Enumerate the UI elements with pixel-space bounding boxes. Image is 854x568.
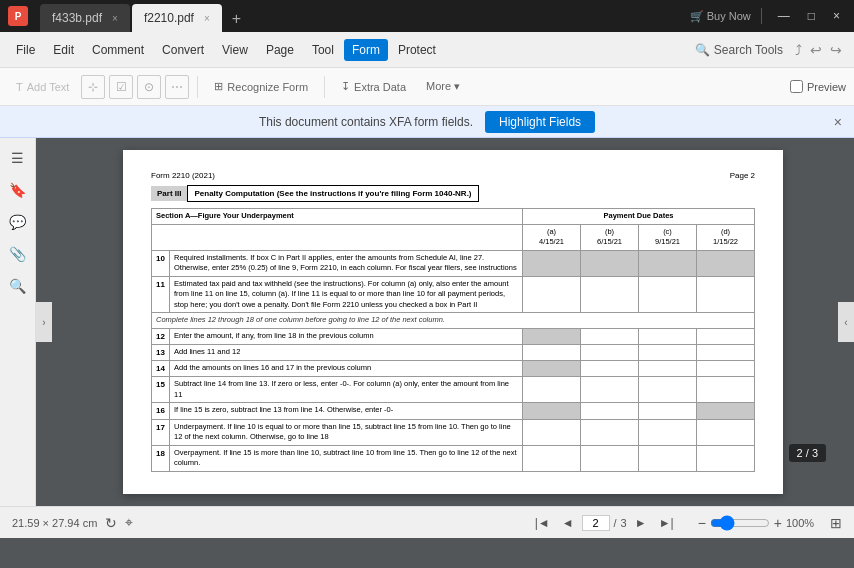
data-cell-2[interactable]: [639, 377, 697, 403]
fit-page-button[interactable]: ⊞: [830, 515, 842, 531]
tab-close-icon[interactable]: ×: [204, 13, 210, 24]
row-number: 18: [152, 445, 170, 471]
redo-icon[interactable]: ↪: [830, 42, 842, 58]
notice-row: Complete lines 12 through 18 of one colu…: [152, 313, 755, 329]
zoom-in-button[interactable]: +: [774, 515, 782, 531]
rotate-icon[interactable]: ↻: [105, 515, 117, 531]
zoom-out-button[interactable]: −: [698, 515, 706, 531]
first-page-button[interactable]: |◄: [531, 514, 554, 532]
buy-now-link[interactable]: 🛒 Buy Now: [690, 10, 751, 23]
data-cell-0[interactable]: [523, 328, 581, 344]
undo-icon[interactable]: ↩: [810, 42, 822, 58]
table-row: 11Estimated tax paid and tax withheld (s…: [152, 276, 755, 313]
title-bar-right: 🛒 Buy Now — □ ×: [690, 8, 846, 24]
data-cell-3[interactable]: [697, 419, 755, 445]
add-text-button[interactable]: T Add Text: [8, 77, 77, 97]
cursor-icon[interactable]: ⌖: [125, 514, 133, 531]
title-bar: P f433b.pdf × f2210.pdf × + 🛒 Buy Now — …: [0, 0, 854, 32]
data-cell-2[interactable]: [639, 361, 697, 377]
panel-layers-icon[interactable]: ☰: [6, 146, 30, 170]
data-cell-3[interactable]: [697, 377, 755, 403]
page-input[interactable]: [582, 515, 610, 531]
data-cell-0[interactable]: [523, 276, 581, 313]
last-page-button[interactable]: ►|: [655, 514, 678, 532]
data-cell-3[interactable]: [697, 276, 755, 313]
data-cell-2[interactable]: [639, 328, 697, 344]
preview-checkbox[interactable]: [790, 80, 803, 93]
data-cell-0[interactable]: [523, 345, 581, 361]
tab-f2210[interactable]: f2210.pdf ×: [132, 4, 222, 32]
row-number: 17: [152, 419, 170, 445]
checkbox-icon[interactable]: ☑: [109, 75, 133, 99]
data-cell-2[interactable]: [639, 403, 697, 419]
share-icon[interactable]: ⤴: [795, 42, 802, 58]
data-cell-3[interactable]: [697, 250, 755, 276]
menu-form[interactable]: Form: [344, 39, 388, 61]
data-cell-3[interactable]: [697, 328, 755, 344]
data-cell-3[interactable]: [697, 345, 755, 361]
select-tool-icon[interactable]: ⊹: [81, 75, 105, 99]
data-cell-3[interactable]: [697, 361, 755, 377]
circle-icon[interactable]: ⊙: [137, 75, 161, 99]
data-cell-1[interactable]: [581, 276, 639, 313]
notification-close-button[interactable]: ×: [834, 114, 842, 130]
panel-attachment-icon[interactable]: 📎: [6, 242, 30, 266]
minimize-button[interactable]: —: [772, 9, 796, 23]
left-collapse-arrow[interactable]: ›: [36, 302, 52, 342]
row-description: Add the amounts on lines 16 and 17 in th…: [170, 361, 523, 377]
data-cell-1[interactable]: [581, 419, 639, 445]
data-cell-1[interactable]: [581, 345, 639, 361]
data-cell-0[interactable]: [523, 419, 581, 445]
panel-search-icon[interactable]: 🔍: [6, 274, 30, 298]
highlight-fields-button[interactable]: Highlight Fields: [485, 111, 595, 133]
next-page-button[interactable]: ►: [631, 514, 651, 532]
data-cell-1[interactable]: [581, 361, 639, 377]
more-button[interactable]: More ▾: [418, 76, 468, 97]
recognize-form-button[interactable]: ⊞ Recognize Form: [206, 76, 316, 97]
data-cell-0[interactable]: [523, 445, 581, 471]
data-cell-1[interactable]: [581, 377, 639, 403]
data-cell-2[interactable]: [639, 250, 697, 276]
tab-f433b[interactable]: f433b.pdf ×: [40, 4, 130, 32]
close-button[interactable]: ×: [827, 9, 846, 23]
more-icons[interactable]: ⋯: [165, 75, 189, 99]
panel-comment-icon[interactable]: 💬: [6, 210, 30, 234]
menu-comment[interactable]: Comment: [84, 39, 152, 61]
search-tools[interactable]: 🔍 Search Tools: [687, 41, 791, 59]
menu-protect[interactable]: Protect: [390, 39, 444, 61]
data-cell-2[interactable]: [639, 445, 697, 471]
zoom-percent: 100%: [786, 517, 826, 529]
tab-add-button[interactable]: +: [224, 6, 249, 32]
col-c-header: (c) 9/15/21: [639, 224, 697, 250]
menu-view[interactable]: View: [214, 39, 256, 61]
data-cell-2[interactable]: [639, 276, 697, 313]
panel-bookmark-icon[interactable]: 🔖: [6, 178, 30, 202]
data-cell-3[interactable]: [697, 445, 755, 471]
data-cell-2[interactable]: [639, 419, 697, 445]
menu-edit[interactable]: Edit: [45, 39, 82, 61]
tab-close-icon[interactable]: ×: [112, 13, 118, 24]
recognize-icon: ⊞: [214, 80, 223, 93]
right-collapse-arrow[interactable]: ‹: [838, 302, 854, 342]
data-cell-0[interactable]: [523, 403, 581, 419]
data-cell-3[interactable]: [697, 403, 755, 419]
prev-page-button[interactable]: ◄: [558, 514, 578, 532]
data-cell-0[interactable]: [523, 250, 581, 276]
data-cell-0[interactable]: [523, 361, 581, 377]
menu-page[interactable]: Page: [258, 39, 302, 61]
maximize-button[interactable]: □: [802, 9, 821, 23]
data-cell-0[interactable]: [523, 377, 581, 403]
menu-convert[interactable]: Convert: [154, 39, 212, 61]
zoom-slider[interactable]: [710, 515, 770, 531]
data-cell-1[interactable]: [581, 403, 639, 419]
data-cell-1[interactable]: [581, 445, 639, 471]
menu-file[interactable]: File: [8, 39, 43, 61]
menu-tool[interactable]: Tool: [304, 39, 342, 61]
data-cell-2[interactable]: [639, 345, 697, 361]
main-area: ☰ 🔖 💬 📎 🔍 › Form 2210 (2021) Page 2 Part…: [0, 138, 854, 506]
data-cell-1[interactable]: [581, 328, 639, 344]
extra-data-button[interactable]: ↧ Extra Data: [333, 76, 414, 97]
row-description: Subtract line 14 from line 13. If zero o…: [170, 377, 523, 403]
data-cell-1[interactable]: [581, 250, 639, 276]
form-table: Section A—Figure Your Underpayment Payme…: [151, 208, 755, 471]
